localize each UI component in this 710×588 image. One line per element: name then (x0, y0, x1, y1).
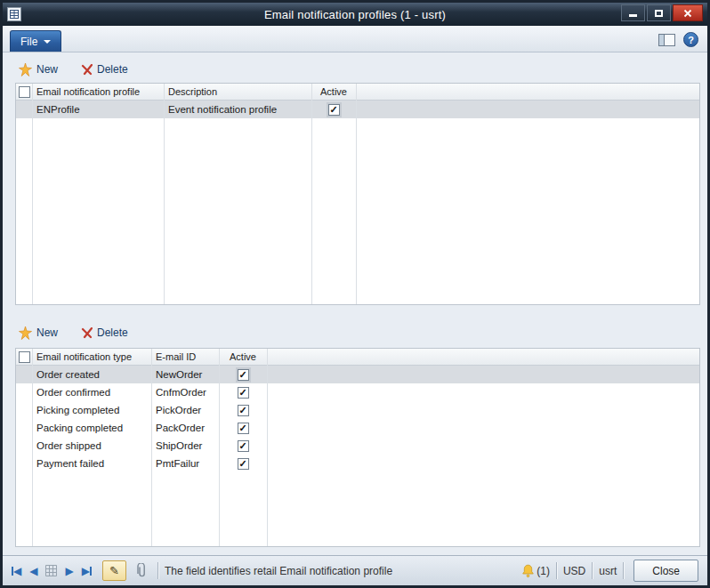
paperclip-icon (136, 563, 147, 578)
lower-delete-label: Delete (97, 326, 128, 339)
active-cell (219, 419, 267, 437)
active-cell (219, 383, 267, 401)
active-checkbox[interactable] (238, 423, 249, 434)
emailid-cell: PmtFailur (151, 455, 219, 472)
upper-delete-label: Delete (97, 63, 128, 76)
lower-new-label: New (36, 326, 58, 339)
statusbar-divider (157, 562, 158, 579)
profiles-grid-header: Email notification profile Description A… (16, 84, 699, 101)
type-cell: Order shipped (32, 437, 151, 455)
description-cell: Event notification profile (164, 101, 311, 118)
table-row[interactable]: ENProfile Event notification profile (16, 101, 699, 118)
grid-icon (45, 565, 57, 576)
active-cell (219, 401, 267, 419)
statusbar-divider (623, 562, 624, 579)
app-icon (7, 7, 21, 21)
active-checkbox[interactable] (238, 405, 249, 416)
active-cell (219, 455, 267, 472)
nav-previous-button[interactable]: ◀ (29, 566, 37, 576)
emailid-cell: ShipOrder (151, 437, 219, 455)
upper-new-button[interactable]: New (19, 63, 58, 77)
close-icon (683, 9, 692, 18)
status-message: The field identifies retail Email notifi… (165, 565, 392, 577)
table-row[interactable]: Order shipped ShipOrder (16, 437, 699, 455)
column-header-profile[interactable]: Email notification profile (32, 84, 164, 100)
table-row[interactable]: Order created NewOrder (16, 366, 699, 383)
emailid-cell: PackOrder (151, 419, 219, 437)
notification-count: (1) (537, 565, 550, 577)
row-selector[interactable] (16, 401, 32, 419)
grid-view-button[interactable] (45, 565, 57, 576)
lower-toolbar: New Delete (19, 323, 151, 342)
emailid-cell: PickOrder (151, 401, 219, 419)
row-selector[interactable] (16, 101, 32, 118)
active-checkbox[interactable] (238, 458, 249, 470)
lower-new-button[interactable]: New (19, 326, 58, 340)
emailid-cell: NewOrder (151, 366, 219, 383)
column-header-active[interactable]: Active (311, 84, 356, 100)
column-header-filler (267, 349, 699, 365)
edit-record-button[interactable]: ✎ (102, 560, 126, 581)
close-button[interactable]: Close (633, 560, 698, 582)
upper-delete-button[interactable]: Delete (81, 63, 128, 76)
row-selector[interactable] (16, 455, 32, 472)
select-all-checkbox[interactable] (16, 349, 32, 365)
close-window-button[interactable] (673, 4, 703, 21)
column-header-emailid[interactable]: E-mail ID (151, 349, 219, 365)
row-selector[interactable] (16, 383, 32, 401)
bell-icon (521, 564, 535, 578)
active-cell (311, 101, 356, 118)
active-cell (219, 437, 267, 455)
chevron-down-icon (44, 40, 51, 44)
new-star-icon (19, 63, 32, 77)
active-checkbox[interactable] (238, 440, 249, 452)
type-cell: Order created (32, 366, 151, 383)
maximize-button[interactable] (647, 4, 671, 21)
help-icon[interactable]: ? (683, 32, 698, 47)
nav-first-button[interactable]: ◀ (12, 566, 21, 576)
select-all-checkbox[interactable] (16, 84, 32, 100)
emailid-cell: CnfmOrder (151, 383, 219, 401)
row-selector[interactable] (16, 437, 32, 455)
file-menu-label: File (20, 36, 37, 48)
row-selector[interactable] (16, 366, 32, 383)
nav-next-button[interactable]: ▶ (65, 566, 73, 576)
nav-last-button[interactable]: ▶ (82, 566, 92, 576)
active-cell (219, 366, 267, 383)
pencil-icon: ✎ (109, 564, 119, 577)
column-header-filler (356, 84, 699, 100)
notifications-button[interactable]: (1) (521, 564, 550, 578)
active-checkbox[interactable] (238, 387, 249, 399)
currency-indicator: USD (563, 565, 585, 577)
title-bar: Email notification profiles (1 - usrt) (3, 3, 707, 26)
active-checkbox[interactable] (238, 369, 249, 381)
delete-x-icon (81, 64, 93, 76)
table-row[interactable]: Packing completed PackOrder (16, 419, 699, 437)
row-selector[interactable] (16, 419, 32, 437)
active-checkbox[interactable] (328, 104, 340, 116)
minimize-icon (629, 14, 637, 17)
type-cell: Picking completed (32, 401, 151, 419)
table-row[interactable]: Order confirmed CnfmOrder (16, 383, 699, 401)
menu-bar: File ? (3, 26, 707, 52)
profiles-grid: Email notification profile Description A… (15, 83, 700, 305)
app-window: Email notification profiles (1 - usrt) F… (0, 0, 710, 588)
types-grid-header: Email notification type E-mail ID Active (16, 349, 699, 366)
type-cell: Payment failed (32, 455, 151, 472)
type-cell: Order confirmed (32, 383, 151, 401)
layout-pane-icon[interactable] (658, 34, 675, 46)
lower-delete-button[interactable]: Delete (81, 326, 128, 339)
table-row[interactable]: Payment failed PmtFailur (16, 455, 699, 472)
minimize-button[interactable] (621, 4, 645, 21)
column-header-description[interactable]: Description (164, 84, 311, 100)
table-row[interactable]: Picking completed PickOrder (16, 401, 699, 419)
attachments-button[interactable] (132, 560, 151, 581)
column-header-type[interactable]: Email notification type (32, 349, 151, 365)
file-menu-button[interactable]: File (10, 30, 61, 52)
status-bar: ◀ ◀ ▶ ▶ ✎ The field identifies retail Em… (3, 555, 707, 585)
maximize-icon (655, 10, 663, 17)
statusbar-divider (592, 562, 593, 579)
user-indicator: usrt (599, 565, 617, 577)
column-header-active[interactable]: Active (219, 349, 267, 365)
window-title: Email notification profiles (1 - usrt) (3, 8, 707, 21)
